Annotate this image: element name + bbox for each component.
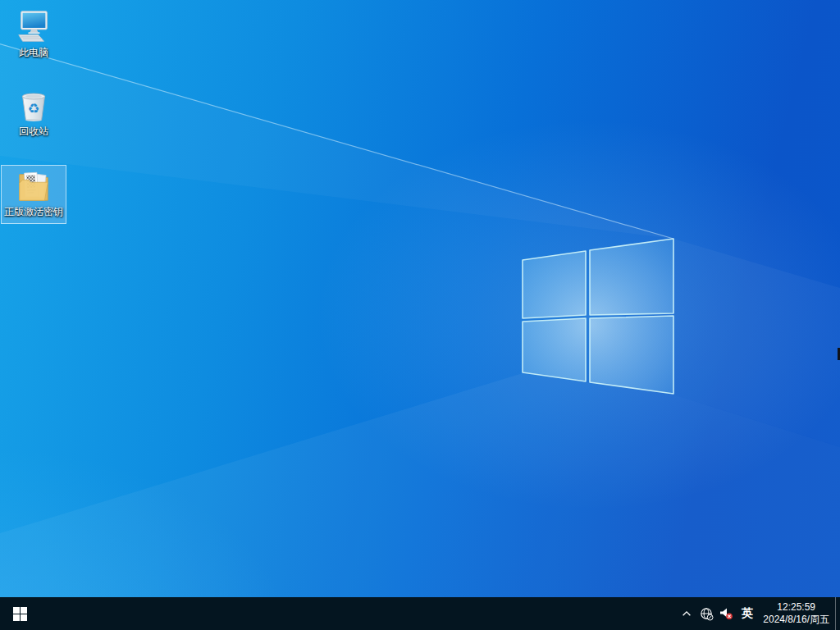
show-desktop-button[interactable] xyxy=(836,597,840,630)
network-tray-button[interactable] xyxy=(696,597,716,630)
desktop-icon-label: 正版激活密钥 xyxy=(4,207,63,217)
desktop-icon-label: 回收站 xyxy=(19,126,48,137)
globe-no-internet-icon xyxy=(700,607,714,621)
recycle-bin-icon: ♻ xyxy=(15,87,52,125)
this-pc-icon xyxy=(15,8,52,46)
start-button[interactable] xyxy=(0,597,39,630)
hidden-icons-button[interactable] xyxy=(677,597,696,630)
volume-tray-button[interactable] xyxy=(716,597,736,630)
folder-with-documents-icon xyxy=(15,167,52,205)
windows-logo-watermark xyxy=(523,239,673,394)
svg-text:♻: ♻ xyxy=(28,101,40,116)
ime-language-indicator[interactable]: 英 xyxy=(736,597,758,630)
taskbar-clock[interactable]: 12:25:59 2024/8/16/周五 xyxy=(758,597,835,630)
clock-date: 2024/8/16/周五 xyxy=(763,614,829,626)
taskbar: 英 12:25:59 2024/8/16/周五 xyxy=(0,597,840,630)
speaker-muted-icon xyxy=(719,606,733,621)
clock-time: 12:25:59 xyxy=(763,601,829,614)
desktop-icon-label: 此电脑 xyxy=(19,48,48,58)
desktop-icon-activation-key-folder[interactable]: 正版激活密钥 xyxy=(2,166,66,223)
desktop-icon-this-pc[interactable]: 此电脑 xyxy=(2,7,66,64)
chevron-up-icon xyxy=(681,608,692,619)
desktop: 此电脑 ♻ 回收站 xyxy=(0,0,840,630)
windows-start-icon xyxy=(13,607,27,621)
desktop-icon-recycle-bin[interactable]: ♻ 回收站 xyxy=(2,85,66,143)
wallpaper-light-rays xyxy=(0,0,840,630)
taskbar-empty-area xyxy=(39,597,677,630)
system-tray: 英 12:25:59 2024/8/16/周五 xyxy=(677,597,840,630)
